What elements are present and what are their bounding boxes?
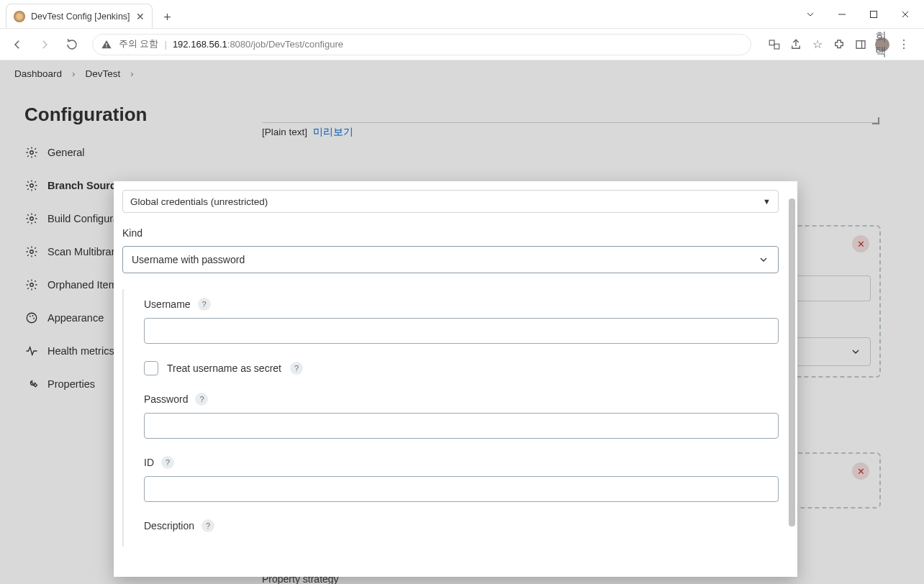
- close-tab-icon[interactable]: ✕: [136, 11, 145, 22]
- svg-rect-6: [769, 40, 774, 45]
- help-icon[interactable]: ?: [195, 393, 208, 406]
- svg-rect-1: [871, 12, 877, 18]
- credentials-fields: Username ? Treat username as secret ? Pa…: [122, 289, 779, 547]
- kind-label: Kind: [122, 227, 779, 239]
- close-window-button[interactable]: [889, 4, 921, 25]
- username-label: Username: [144, 298, 191, 310]
- password-label: Password: [144, 393, 188, 405]
- kind-select-value: Username with password: [132, 254, 245, 265]
- not-secure-label: 주의 요함: [119, 38, 158, 50]
- extensions-icon[interactable]: [832, 37, 846, 52]
- translate-icon[interactable]: [767, 37, 782, 52]
- svg-rect-5: [106, 46, 107, 47]
- browser-menu-button[interactable]: ⋮: [897, 37, 911, 52]
- svg-rect-4: [106, 43, 107, 45]
- domain-select-value: Global credentials (unrestricted): [130, 196, 268, 207]
- modal-scrollbar[interactable]: [789, 181, 795, 577]
- svg-rect-7: [774, 44, 779, 49]
- treat-secret-checkbox[interactable]: [144, 361, 158, 375]
- domain-select[interactable]: Global credentials (unrestricted) ▼: [122, 190, 779, 213]
- browser-urlbar: 주의 요함 | 192.168.56.1:8080/job/DevTest/co…: [0, 29, 924, 60]
- help-icon[interactable]: ?: [290, 362, 303, 375]
- url-text: 192.168.56.1:8080/job/DevTest/configure: [173, 39, 343, 50]
- treat-as-secret-row: Treat username as secret ?: [144, 361, 779, 375]
- tab-title: DevTest Config [Jenkins]: [31, 12, 130, 22]
- id-input[interactable]: [144, 476, 779, 502]
- chevron-down-icon[interactable]: [794, 4, 826, 25]
- browser-titlebar: DevTest Config [Jenkins] ✕ +: [0, 0, 924, 29]
- scrollbar-thumb[interactable]: [789, 199, 795, 526]
- help-icon[interactable]: ?: [201, 519, 214, 532]
- svg-rect-8: [856, 40, 865, 48]
- profile-avatar[interactable]: 희택: [875, 37, 889, 52]
- bookmark-star-icon[interactable]: ☆: [810, 37, 825, 52]
- minimize-button[interactable]: [826, 4, 858, 25]
- treat-secret-label: Treat username as secret: [167, 362, 281, 374]
- browser-tab[interactable]: DevTest Config [Jenkins] ✕: [6, 4, 153, 28]
- back-button[interactable]: [6, 33, 29, 56]
- window-controls: [794, 0, 921, 29]
- favicon-icon: [14, 11, 25, 22]
- warning-icon: [100, 38, 113, 51]
- maximize-button[interactable]: [858, 4, 889, 25]
- url-field[interactable]: 주의 요함 | 192.168.56.1:8080/job/DevTest/co…: [92, 34, 751, 55]
- chevron-down-icon: [758, 254, 769, 265]
- forward-button[interactable]: [33, 33, 56, 56]
- reload-button[interactable]: [60, 33, 83, 56]
- new-tab-button[interactable]: +: [157, 6, 178, 28]
- add-credentials-modal: Global credentials (unrestricted) ▼ Kind…: [114, 181, 797, 577]
- help-icon[interactable]: ?: [161, 456, 174, 469]
- chevron-down-icon: ▼: [763, 197, 771, 206]
- page: Dashboard › DevTest › Configuration Gene…: [0, 60, 924, 584]
- separator: |: [164, 39, 166, 50]
- share-icon[interactable]: [789, 37, 803, 52]
- extension-icons: ☆ 희택 ⋮: [760, 37, 918, 52]
- sidepanel-icon[interactable]: [853, 37, 868, 52]
- description-label: Description: [144, 520, 194, 531]
- id-label: ID: [144, 457, 154, 468]
- username-input[interactable]: [144, 318, 779, 344]
- kind-select[interactable]: Username with password: [122, 246, 779, 273]
- password-input[interactable]: [144, 413, 779, 439]
- help-icon[interactable]: ?: [198, 298, 211, 311]
